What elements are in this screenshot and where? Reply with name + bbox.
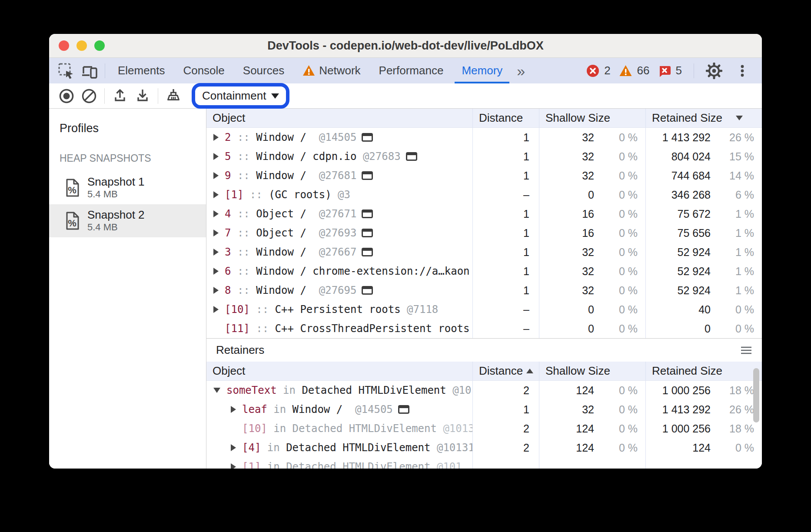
shallow-size-cell: 320 % (539, 262, 645, 281)
object-text: @27671 (319, 208, 357, 220)
snapshot-item[interactable]: % Snapshot 1 5.4 MB (49, 171, 206, 204)
issues-icon[interactable] (658, 64, 671, 77)
heap-object-row[interactable]: [10] :: C++ Persistent roots @7118–00 %4… (206, 300, 762, 319)
distance-cell: 1 (472, 243, 539, 262)
retainer-row[interactable]: [1] in Detached HTMLDivElement @101 (206, 457, 762, 469)
inspect-element-icon[interactable] (54, 61, 78, 81)
retainers-menu-icon[interactable] (740, 346, 752, 355)
object-text: leaf (242, 403, 267, 416)
heap-object-row[interactable]: 5 :: Window / cdpn.io @276831320 %804 02… (206, 147, 762, 166)
expand-arrow-icon[interactable] (213, 229, 219, 236)
object-cell: 3 :: Window / @27667 (206, 243, 472, 262)
perspective-select[interactable]: Containment (197, 87, 284, 104)
clear-brush-icon[interactable] (162, 86, 185, 106)
distance-cell: 2 (472, 419, 539, 438)
heap-object-row[interactable]: 9 :: Window / @276811320 %744 68414 % (206, 166, 762, 185)
warning-icon[interactable] (619, 65, 632, 77)
expand-arrow-icon[interactable] (231, 444, 236, 451)
tab-label: Performance (379, 64, 444, 77)
object-cell: 2 :: Window / @14505 (206, 128, 472, 147)
heap-object-row[interactable]: 2 :: Window / @145051320 %1 413 29226 % (206, 128, 762, 147)
snapshot-item[interactable]: % Snapshot 2 5.4 MB (49, 204, 206, 237)
tab-elements[interactable]: Elements (109, 58, 174, 83)
vertical-scrollbar-thumb[interactable] (753, 368, 759, 422)
expand-arrow-icon[interactable] (213, 306, 219, 313)
shallow-size-cell: 320 % (539, 128, 645, 147)
retainer-row[interactable]: [4] in Detached HTMLDivElement @10131212… (206, 438, 762, 457)
retainer-row[interactable]: leaf in Window / @145051320 %1 413 29226… (206, 400, 762, 419)
heap-object-row[interactable]: [11] :: C++ CrossThreadPersistent roots–… (206, 319, 762, 338)
more-tabs-button[interactable]: » (512, 63, 530, 78)
chevron-down-icon (271, 93, 279, 103)
tab-network[interactable]: Network (293, 58, 369, 83)
retained-size-cell: 1 413 29226 % (645, 400, 762, 419)
expand-arrow-icon[interactable] (213, 268, 219, 275)
tab-performance[interactable]: Performance (370, 58, 453, 83)
expand-arrow-icon[interactable] (213, 191, 219, 198)
column-header-shallow-size[interactable]: Shallow Size (539, 109, 645, 127)
expand-arrow-icon[interactable] (213, 210, 219, 217)
retainers-rows: someText in Detached HTMLDivElement @102… (206, 381, 762, 469)
titlebar: DevTools - codepen.io/web-dot-dev/live/P… (49, 34, 762, 58)
object-cell: someText in Detached HTMLDivElement @10 (206, 381, 472, 400)
column-header-retained-size[interactable]: Retained Size (645, 109, 762, 127)
save-profile-icon[interactable] (109, 86, 131, 106)
tab-sources[interactable]: Sources (234, 58, 293, 83)
collapse-arrow-icon[interactable] (213, 388, 220, 393)
retainer-row[interactable]: [10] in Detached HTMLDivElement @1013212… (206, 419, 762, 438)
window-title: DevTools - codepen.io/web-dot-dev/live/P… (49, 39, 762, 53)
heap-object-row[interactable]: 8 :: Window / @276951320 %52 9241 % (206, 281, 762, 300)
expand-arrow-icon[interactable] (231, 406, 236, 413)
svg-text:%: % (68, 218, 76, 229)
column-header-retained-size[interactable]: Retained Size (645, 362, 762, 380)
svg-text:%: % (68, 185, 76, 196)
load-profile-icon[interactable] (131, 86, 154, 106)
settings-gear-icon[interactable] (702, 61, 726, 81)
heap-object-row[interactable]: 6 :: Window / chrome-extension://a…kaon1… (206, 262, 762, 281)
window-frame-icon (362, 209, 373, 218)
distance-cell: – (472, 185, 539, 204)
object-text: [10] (242, 422, 267, 435)
close-button[interactable] (59, 40, 69, 51)
tab-label: Console (183, 64, 224, 77)
object-text: 3 (225, 246, 231, 258)
heap-object-row[interactable]: [1] :: (GC roots) @3–00 %346 2686 % (206, 185, 762, 204)
error-icon[interactable] (586, 64, 599, 77)
window-frame-icon (362, 286, 373, 295)
column-header-shallow-size[interactable]: Shallow Size (539, 362, 645, 380)
object-text: Window / (256, 284, 319, 296)
expand-arrow-icon[interactable] (213, 153, 219, 160)
heap-object-row[interactable]: 7 :: Object / @276931160 %75 6561 % (206, 223, 762, 243)
window-frame-icon (362, 133, 373, 142)
heap-object-row[interactable]: 3 :: Window / @276671320 %52 9241 % (206, 243, 762, 262)
heap-object-row[interactable]: 4 :: Object / @276711160 %75 6721 % (206, 204, 762, 223)
device-toolbar-icon[interactable] (78, 61, 101, 81)
column-header-distance[interactable]: Distance (472, 362, 539, 380)
tab-console[interactable]: Console (174, 58, 233, 83)
object-text: :: (250, 323, 275, 335)
distance-cell: – (472, 319, 539, 338)
kebab-menu-icon[interactable] (731, 61, 754, 81)
window-frame-icon (398, 405, 409, 414)
zoom-button[interactable] (94, 40, 105, 51)
column-header-object[interactable]: Object (206, 362, 472, 380)
expand-arrow-icon[interactable] (213, 287, 219, 294)
retainers-title: Retainers (216, 343, 264, 357)
distance-cell: 1 (472, 262, 539, 281)
warning-icon (302, 65, 315, 76)
column-header-distance[interactable]: Distance (472, 109, 539, 127)
record-heap-snapshot-icon[interactable] (55, 86, 78, 106)
shallow-size-cell: 00 % (539, 300, 645, 319)
containment-callout: Containment (192, 83, 289, 109)
expand-arrow-icon[interactable] (213, 134, 219, 141)
expand-arrow-icon[interactable] (231, 463, 236, 469)
tab-memory[interactable]: Memory (452, 58, 512, 83)
retainers-section-bar: Retainers (206, 338, 762, 362)
expand-arrow-icon[interactable] (213, 249, 219, 256)
column-header-object[interactable]: Object (206, 109, 472, 127)
expand-arrow-icon[interactable] (213, 172, 219, 179)
clear-profiles-icon[interactable] (78, 86, 100, 106)
minimize-button[interactable] (76, 40, 87, 51)
retainer-row[interactable]: someText in Detached HTMLDivElement @102… (206, 381, 762, 400)
object-text: Window / (292, 403, 356, 416)
